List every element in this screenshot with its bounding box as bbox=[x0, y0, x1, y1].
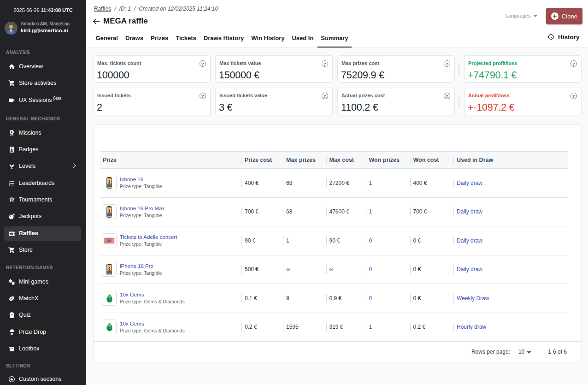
svg-text:?: ? bbox=[11, 314, 12, 317]
